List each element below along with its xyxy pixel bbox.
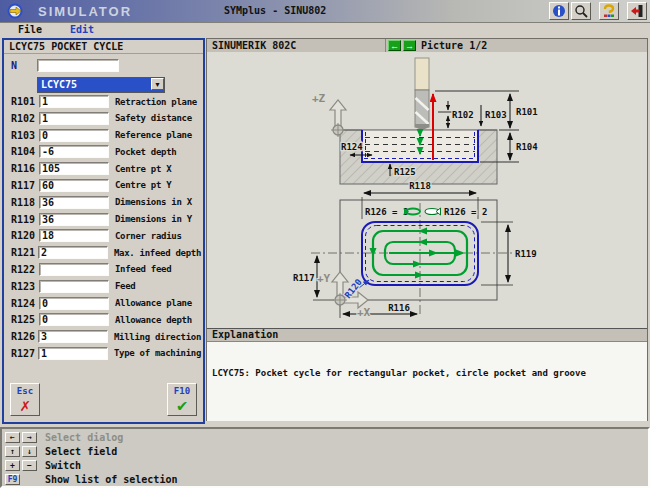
help-button[interactable] (599, 2, 619, 20)
param-input-r124[interactable] (39, 297, 109, 310)
label-r126-cw: R126 = 2 (444, 207, 487, 217)
param-input-r102[interactable] (39, 112, 109, 125)
block-number-label: N (11, 60, 37, 71)
param-id: R101 (11, 96, 39, 107)
param-desc: Dimensions in Y (115, 214, 192, 224)
menu-file[interactable]: File (18, 24, 42, 35)
title-bar: SIMULATOR SYMplus - SINU802 (0, 0, 650, 23)
esc-button[interactable]: Esc ✗ (10, 383, 40, 416)
diagram-area: +Z R102 R103 R (207, 52, 647, 328)
param-input-r123[interactable] (39, 280, 109, 293)
param-desc: Dimensions in X (115, 197, 192, 207)
param-input-r127[interactable] (38, 347, 108, 360)
key-minus-button[interactable]: − (22, 460, 37, 471)
key-help-label: Switch (45, 460, 81, 471)
param-input-r126[interactable] (38, 330, 108, 343)
param-id: R104 (11, 146, 39, 157)
param-input-r104[interactable] (39, 145, 109, 158)
param-row-r102: R102Safety distance (11, 112, 201, 125)
param-desc: Centre pt X (115, 164, 171, 174)
label-r104: R104 (516, 142, 538, 152)
zoom-button[interactable] (571, 2, 591, 20)
picture-prev-button[interactable]: ← (388, 40, 401, 51)
key-up-arrow-button[interactable]: ↑ (5, 446, 20, 457)
param-row-r103: R103Reference plane (11, 129, 201, 142)
param-row-r116: R116Centre pt X (11, 162, 201, 175)
param-row-r117: R117Centre pt Y (11, 179, 201, 192)
picture-next-button[interactable]: → (403, 40, 416, 51)
param-input-r125[interactable] (39, 313, 109, 326)
param-desc: Infeed feed (115, 264, 171, 274)
param-desc: Reference plane (115, 130, 192, 140)
cycle-diagram: +Z R102 R103 R (207, 52, 647, 328)
info-button[interactable] (549, 2, 569, 20)
exit-button[interactable] (627, 2, 647, 20)
param-row-r104: R104Pocket depth (11, 145, 201, 158)
explanation-title: Explanation (207, 329, 647, 342)
param-input-r121[interactable] (38, 246, 108, 259)
param-desc: Max. infeed depth (114, 248, 201, 258)
app-title: SIMULATOR (38, 4, 132, 19)
confirm-check-icon: ✔ (168, 397, 196, 414)
param-input-r103[interactable] (39, 129, 109, 142)
key-help-label: Select field (45, 446, 117, 457)
param-desc: Safety distance (115, 113, 192, 123)
cycle-dropdown[interactable]: LCYC75 ▼ (37, 77, 165, 93)
param-id: R121 (11, 247, 38, 258)
param-input-r117[interactable] (39, 179, 109, 192)
key-right-arrow-button[interactable]: → (22, 432, 37, 443)
key-left-arrow-button[interactable]: ← (5, 432, 20, 443)
param-list: R101Retraction planeR102Safety distanceR… (11, 95, 201, 364)
param-input-r119[interactable] (39, 213, 109, 226)
key-help-label: Select dialog (45, 432, 123, 443)
param-input-r120[interactable] (39, 229, 109, 242)
z-axis-label: +Z (312, 92, 326, 105)
label-r116: R116 (388, 303, 410, 313)
label-r102: R102 (452, 110, 474, 120)
param-input-r118[interactable] (39, 196, 109, 209)
app-logo-icon (6, 3, 24, 19)
document-title: SYMplus - SINU802 (224, 5, 326, 16)
param-desc: Centre pt Y (115, 180, 171, 190)
key-f9-button[interactable]: F9 (5, 474, 20, 485)
param-id: R126 (11, 331, 38, 342)
cancel-x-icon: ✗ (11, 397, 39, 414)
picture-counter: Picture 1/2 (421, 40, 487, 51)
info-icon (552, 4, 566, 18)
param-id: R124 (11, 298, 39, 309)
label-r117: R117 (293, 273, 315, 283)
param-id: R127 (11, 348, 38, 359)
menu-edit[interactable]: Edit (70, 24, 94, 35)
f10-button[interactable]: F10 ✔ (167, 383, 197, 416)
key-down-arrow-button[interactable]: ↓ (22, 446, 37, 457)
param-row-r125: R125Allowance depth (11, 313, 201, 326)
key-help-row: ←→Select dialog (5, 431, 648, 444)
key-help-row: +−Switch (5, 459, 648, 472)
param-input-r101[interactable] (39, 95, 109, 108)
param-id: R120 (11, 230, 39, 241)
param-desc: Allowance plane (115, 298, 192, 308)
param-id: R118 (11, 197, 39, 208)
z-axis-arrow (330, 100, 346, 126)
help-icon (602, 4, 616, 18)
explanation-line: LCYC75: Pocket cycle for rectangular poc… (212, 368, 647, 379)
pocket-cycle-dialog: LCYC75 POCKET CYCLE N LCYC75 ▼ R101Retra… (2, 38, 205, 424)
param-input-r116[interactable] (39, 162, 109, 175)
param-row-r127: R127Type of machining (11, 347, 201, 360)
label-r103: R103 (485, 110, 507, 120)
param-desc: Feed (115, 281, 135, 291)
param-id: R122 (11, 264, 39, 275)
param-desc: Allowance depth (115, 315, 192, 325)
param-row-r120: R120Corner radius (11, 229, 201, 242)
chevron-down-icon[interactable]: ▼ (151, 78, 164, 90)
param-id: R116 (11, 163, 39, 174)
top-view: R118 R126 = 3 R126 = 2 (293, 181, 537, 319)
param-row-r124: R124Allowance plane (11, 297, 201, 310)
block-number-input[interactable] (37, 59, 119, 72)
block-number-row: N (11, 59, 119, 72)
param-input-r122[interactable] (39, 263, 109, 276)
param-row-r123: R123Feed (11, 280, 201, 293)
param-row-r126: R126Milling direction (11, 330, 201, 343)
key-plus-button[interactable]: + (5, 460, 20, 471)
explanation-panel: Explanation LCYC75: Pocket cycle for rec… (207, 328, 647, 421)
